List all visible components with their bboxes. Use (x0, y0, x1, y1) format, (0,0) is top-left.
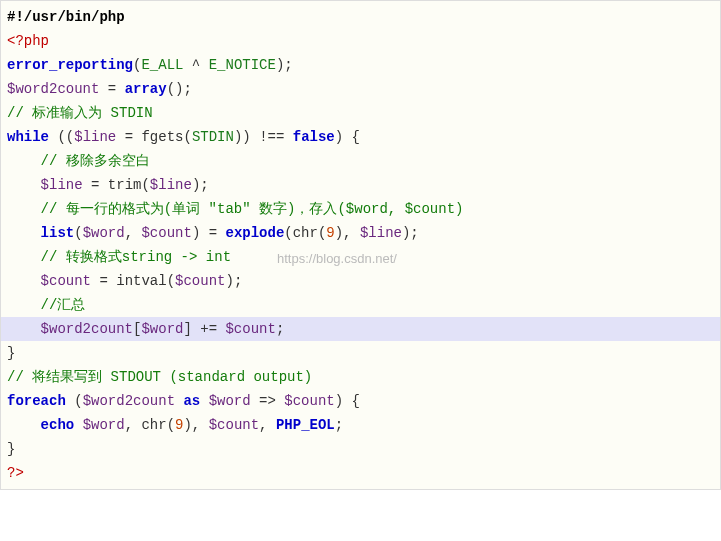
const-phpeol: PHP_EOL (276, 417, 335, 433)
operator: += (192, 321, 226, 337)
code-line: // 将结果写到 STDOUT (standard output) (7, 365, 714, 389)
paren: ( (66, 393, 83, 409)
indent (7, 321, 41, 337)
indent (7, 201, 41, 217)
kw-list: list (41, 225, 75, 241)
var-count: $count (41, 273, 91, 289)
var-count: $count (209, 417, 259, 433)
kw-foreach: foreach (7, 393, 66, 409)
code-line: echo $word, chr(9), $count, PHP_EOL; (7, 413, 714, 437)
var-word: $word (83, 417, 125, 433)
assign: = (91, 273, 116, 289)
assign: = (83, 177, 108, 193)
comment: // 转换格式string -> int (41, 249, 231, 265)
code-line: $line = trim($line); (7, 173, 714, 197)
shebang: #!/usr/bin/php (7, 9, 125, 25)
indent (7, 249, 41, 265)
const-enotice: E_NOTICE (209, 57, 276, 73)
code-line: // 移除多余空白 (7, 149, 714, 173)
assign: = (116, 129, 141, 145)
indent (7, 177, 41, 193)
indent (7, 417, 41, 433)
code-line: ?> (7, 461, 714, 485)
paren: ); (402, 225, 419, 241)
indent (7, 297, 41, 313)
fn-fgets: fgets( (141, 129, 191, 145)
code-line: error_reporting(E_ALL ^ E_NOTICE); (7, 53, 714, 77)
fn-chr: chr( (293, 225, 327, 241)
paren: ( (74, 225, 82, 241)
comment: // 每一行的格式为(单词 "tab" 数字)，存入($word, $count… (41, 201, 464, 217)
var-line: $line (150, 177, 192, 193)
code-line: while (($line = fgets(STDIN)) !== false)… (7, 125, 714, 149)
comma: , (125, 225, 142, 241)
var-count: $count (284, 393, 334, 409)
var-count: $count (175, 273, 225, 289)
operator-neq: !== (259, 129, 293, 145)
paren: ); (225, 273, 242, 289)
var-word2count: $word2count (7, 81, 99, 97)
watermark: https://blog.csdn.net/ (277, 247, 397, 271)
code-line: // 每一行的格式为(单词 "tab" 数字)，存入($word, $count… (7, 197, 714, 221)
brace-close: } (7, 345, 15, 361)
var-line: $line (74, 129, 116, 145)
semicolon: ; (276, 321, 284, 337)
kw-false: false (293, 129, 335, 145)
operator: ^ (183, 57, 208, 73)
indent (7, 153, 41, 169)
var-count: $count (225, 321, 275, 337)
var-word: $word (209, 393, 251, 409)
paren: ) = (192, 225, 226, 241)
var-line: $line (360, 225, 402, 241)
const-stdin: STDIN (192, 129, 234, 145)
code-line: list($word, $count) = explode(chr(9), $l… (7, 221, 714, 245)
fn-chr: chr( (141, 417, 175, 433)
var-line: $line (41, 177, 83, 193)
comment: // 标准输入为 STDIN (7, 105, 153, 121)
php-open-tag: <?php (7, 33, 49, 49)
comment: // 移除多余空白 (41, 153, 150, 169)
code-block: #!/usr/bin/php <?php error_reporting(E_A… (0, 0, 721, 490)
comma: , (259, 417, 276, 433)
paren: (); (167, 81, 192, 97)
var-word: $word (83, 225, 125, 241)
code-line: <?php (7, 29, 714, 53)
code-line: //汇总 (7, 293, 714, 317)
comment: //汇总 (41, 297, 86, 313)
code-line: #!/usr/bin/php (7, 5, 714, 29)
paren: (( (49, 129, 74, 145)
fn-explode: explode (225, 225, 284, 241)
kw-while: while (7, 129, 49, 145)
code-line: foreach ($word2count as $word => $count)… (7, 389, 714, 413)
comma: , (125, 417, 142, 433)
fn-trim: trim( (108, 177, 150, 193)
code-line: // 标准输入为 STDIN (7, 101, 714, 125)
paren: )) (234, 129, 259, 145)
brace: ) { (335, 129, 360, 145)
comment: // 将结果写到 STDOUT (standard output) (7, 369, 312, 385)
num-nine: 9 (326, 225, 334, 241)
code-line: // 转换格式string -> inthttps://blog.csdn.ne… (7, 245, 714, 269)
kw-echo: echo (41, 417, 75, 433)
paren: ( (284, 225, 292, 241)
indent (7, 225, 41, 241)
code-line: } (7, 341, 714, 365)
var-word2count: $word2count (41, 321, 133, 337)
var-count: $count (141, 225, 191, 241)
assign: = (99, 81, 124, 97)
paren: ); (276, 57, 293, 73)
var-word2count: $word2count (83, 393, 175, 409)
arrow: => (251, 393, 285, 409)
const-eall: E_ALL (141, 57, 183, 73)
brace-close: } (7, 441, 15, 457)
bracket: ] (183, 321, 191, 337)
code-line: } (7, 437, 714, 461)
indent (7, 273, 41, 289)
php-close-tag: ?> (7, 465, 24, 481)
fn-intval: intval( (116, 273, 175, 289)
var-word: $word (141, 321, 183, 337)
code-line-highlighted: $word2count[$word] += $count; (1, 317, 720, 341)
code-line: $count = intval($count); (7, 269, 714, 293)
fn-error-reporting: error_reporting (7, 57, 133, 73)
paren: ), (183, 417, 208, 433)
